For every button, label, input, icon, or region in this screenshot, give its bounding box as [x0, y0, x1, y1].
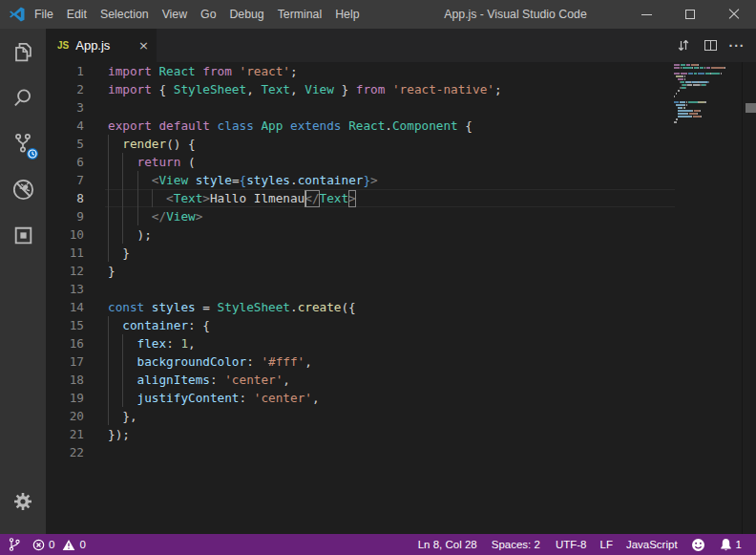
line-number[interactable]: 21 [46, 425, 84, 443]
code-line[interactable]: flex: 1, [108, 334, 642, 352]
indent-guide [108, 225, 109, 244]
problems-button[interactable]: 0 0 [32, 539, 86, 551]
menu-view[interactable]: View [156, 0, 194, 29]
line-number[interactable]: 8 [46, 189, 84, 207]
cursor-position[interactable]: Ln 8, Col 28 [418, 539, 477, 550]
line-number[interactable]: 1 [46, 62, 84, 80]
code-line[interactable]: ); [108, 225, 642, 244]
code-line[interactable]: import { StyleSheet, Text, View } from '… [108, 80, 642, 98]
scrollbar[interactable] [742, 62, 756, 534]
menu-file[interactable]: File [28, 0, 60, 29]
split-editor-icon [704, 40, 717, 51]
code-line[interactable]: export default class App extends React.C… [108, 117, 642, 135]
line-number[interactable]: 4 [46, 117, 84, 135]
tab-appjs[interactable]: JS App.js × [46, 29, 157, 62]
code-line[interactable]: <View style={styles.container}> [108, 171, 642, 189]
line-number[interactable]: 20 [46, 407, 84, 425]
open-changes-button[interactable] [670, 29, 697, 62]
window-controls [624, 0, 756, 29]
menu-edit[interactable]: Edit [60, 0, 94, 29]
debug-disabled-icon [10, 177, 36, 203]
code-line[interactable]: }, [108, 407, 642, 425]
indent-guide [108, 334, 109, 352]
line-number[interactable]: 9 [46, 207, 84, 225]
code-line[interactable]: } [108, 244, 642, 262]
maximize-icon [685, 10, 695, 19]
sidebar-item-explorer[interactable] [0, 29, 46, 75]
menu-debug[interactable]: Debug [222, 0, 270, 29]
close-button[interactable] [712, 0, 756, 29]
editor[interactable]: 12345678910111213141516171819202122 impo… [46, 62, 756, 534]
line-number[interactable]: 12 [46, 262, 84, 280]
settings-button[interactable] [0, 479, 46, 524]
line-number[interactable]: 7 [46, 171, 84, 189]
menu-terminal[interactable]: Terminal [271, 0, 328, 29]
line-number[interactable]: 2 [46, 80, 84, 98]
minimize-button[interactable] [624, 0, 668, 29]
code-line[interactable]: }); [108, 425, 642, 443]
code-line[interactable]: alignItems: 'center', [108, 371, 642, 389]
indent-guide [108, 389, 109, 407]
menu-selection[interactable]: Selection [94, 0, 156, 29]
line-number[interactable]: 14 [46, 298, 84, 316]
scm-sync-badge [25, 146, 40, 161]
git-branch-button[interactable] [8, 537, 21, 552]
sidebar-item-debug[interactable] [0, 166, 46, 212]
code-line[interactable] [108, 280, 642, 298]
sidebar-item-extensions[interactable] [0, 212, 46, 258]
line-number[interactable]: 15 [46, 316, 84, 334]
code-line[interactable]: backgroundColor: '#fff', [108, 352, 642, 371]
sidebar-item-search[interactable] [0, 75, 46, 120]
line-number[interactable]: 11 [46, 244, 84, 262]
menu-go[interactable]: Go [194, 0, 222, 29]
code-line[interactable]: } [108, 262, 642, 280]
line-number[interactable]: 22 [46, 443, 84, 461]
split-editor-button[interactable] [697, 29, 724, 62]
language-mode[interactable]: JavaScript [626, 539, 678, 550]
close-icon [728, 9, 740, 20]
code-area[interactable]: import React from 'react';import { Style… [108, 62, 642, 461]
code-line[interactable]: render() { [108, 135, 642, 153]
indent-guide [122, 334, 123, 352]
indent-guide [122, 189, 123, 207]
overview-ruler-cursor-marker [746, 103, 756, 113]
code-line[interactable]: </View> [108, 207, 642, 225]
bracket-match-highlight [304, 190, 319, 207]
line-number[interactable]: 18 [46, 371, 84, 389]
indent-guide [122, 371, 123, 389]
encoding[interactable]: UTF-8 [556, 539, 587, 550]
sidebar-item-source-control[interactable] [0, 120, 46, 166]
indent-guide [137, 171, 138, 189]
title-bar: FileEditSelectionViewGoDebugTerminalHelp… [0, 0, 756, 29]
menu-help[interactable]: Help [328, 0, 366, 29]
line-number[interactable]: 13 [46, 280, 84, 298]
code-line[interactable]: import React from 'react'; [108, 62, 642, 80]
indent-guide [137, 207, 138, 225]
line-number[interactable]: 17 [46, 352, 84, 371]
code-line[interactable] [108, 443, 642, 461]
line-number[interactable]: 16 [46, 334, 84, 352]
tab-close-icon[interactable]: × [138, 38, 149, 53]
maximize-button[interactable] [668, 0, 712, 29]
code-line[interactable]: container: { [108, 316, 642, 334]
feedback-button[interactable] [691, 538, 705, 552]
code-line[interactable]: return ( [108, 153, 642, 171]
line-number[interactable]: 6 [46, 153, 84, 171]
code-line[interactable]: <Text>Hallo Ilmenau</Text> [108, 189, 642, 207]
indent-guide [108, 153, 109, 171]
editor-actions: ··· [670, 29, 750, 62]
line-number[interactable]: 19 [46, 389, 84, 407]
line-number[interactable]: 3 [46, 98, 84, 117]
notifications-button[interactable]: 1 [720, 538, 742, 552]
eol-indicator[interactable]: LF [599, 539, 612, 550]
minimap[interactable] [671, 62, 742, 534]
line-number[interactable]: 10 [46, 225, 84, 244]
code-line[interactable]: justifyContent: 'center', [108, 389, 642, 407]
line-number[interactable]: 5 [46, 135, 84, 153]
error-count: 0 [49, 539, 54, 550]
gutter[interactable]: 12345678910111213141516171819202122 [46, 62, 84, 461]
code-line[interactable]: const styles = StyleSheet.create({ [108, 298, 642, 316]
indentation[interactable]: Spaces: 2 [492, 539, 540, 550]
more-actions-button[interactable]: ··· [724, 29, 750, 62]
code-line[interactable] [108, 98, 642, 117]
